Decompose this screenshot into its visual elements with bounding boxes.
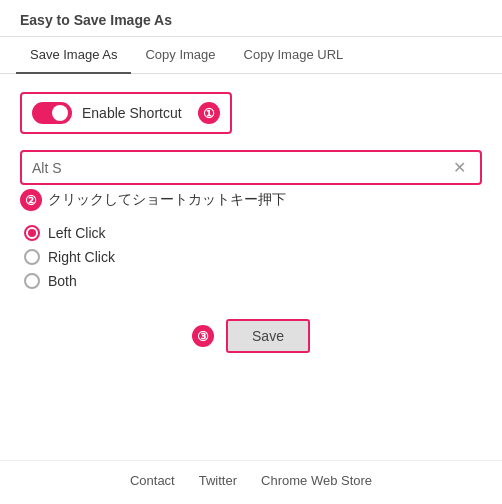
app-header: Easy to Save Image As bbox=[0, 0, 502, 37]
tab-save-image-as[interactable]: Save Image As bbox=[16, 37, 131, 74]
enable-shortcut-label: Enable Shortcut bbox=[82, 105, 182, 121]
radio-circle-both bbox=[24, 273, 40, 289]
tabs-bar: Save Image As Copy Image Copy Image URL bbox=[0, 37, 502, 74]
tab-copy-image-url[interactable]: Copy Image URL bbox=[230, 37, 358, 74]
badge-1: ① bbox=[198, 102, 220, 124]
shortcut-input[interactable] bbox=[32, 160, 449, 176]
enable-shortcut-row: Enable Shortcut ① bbox=[20, 92, 232, 134]
radio-circle-right-click bbox=[24, 249, 40, 265]
shortcut-input-row: ✕ bbox=[20, 150, 482, 185]
badge-3: ③ bbox=[192, 325, 214, 347]
footer-twitter[interactable]: Twitter bbox=[199, 473, 237, 488]
radio-right-click[interactable]: Right Click bbox=[24, 249, 482, 265]
instruction-label: クリックしてショートカットキー押下 bbox=[48, 191, 286, 209]
radio-dot-left-click bbox=[28, 229, 36, 237]
save-row: ③ Save bbox=[20, 319, 482, 353]
app-title: Easy to Save Image As bbox=[20, 12, 172, 28]
save-button[interactable]: Save bbox=[226, 319, 310, 353]
footer-chrome-web-store[interactable]: Chrome Web Store bbox=[261, 473, 372, 488]
toggle-thumb bbox=[52, 105, 68, 121]
badge-2: ② bbox=[20, 189, 42, 211]
instruction-row: ② クリックしてショートカットキー押下 bbox=[20, 189, 482, 211]
radio-left-click[interactable]: Left Click bbox=[24, 225, 482, 241]
tab-copy-image[interactable]: Copy Image bbox=[131, 37, 229, 74]
toggle-track bbox=[32, 102, 72, 124]
radio-label-both: Both bbox=[48, 273, 77, 289]
radio-both[interactable]: Both bbox=[24, 273, 482, 289]
app-container: Easy to Save Image As Save Image As Copy… bbox=[0, 0, 502, 504]
main-content: Enable Shortcut ① ✕ ② クリックしてショートカットキー押下 … bbox=[0, 74, 502, 460]
radio-label-right-click: Right Click bbox=[48, 249, 115, 265]
radio-group: Left Click Right Click Both bbox=[20, 225, 482, 289]
footer-links: Contact Twitter Chrome Web Store bbox=[0, 460, 502, 504]
enable-shortcut-toggle[interactable] bbox=[32, 102, 72, 124]
clear-icon[interactable]: ✕ bbox=[449, 158, 470, 177]
footer-contact[interactable]: Contact bbox=[130, 473, 175, 488]
radio-circle-left-click bbox=[24, 225, 40, 241]
radio-label-left-click: Left Click bbox=[48, 225, 106, 241]
